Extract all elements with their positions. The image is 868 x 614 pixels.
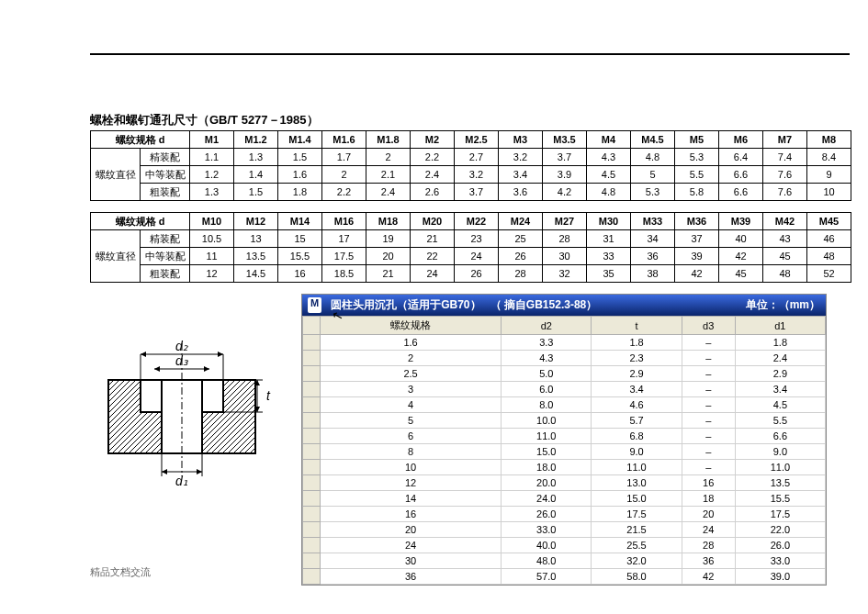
- t2-cell: 37: [675, 230, 719, 248]
- grid-cell: –: [682, 397, 735, 413]
- t1-col: M1.8: [366, 131, 411, 149]
- t1-cell: 3.6: [499, 184, 543, 201]
- grid-row-gutter: [303, 335, 321, 351]
- t2-cell: 48: [807, 248, 851, 265]
- grid-row-gutter: [303, 507, 321, 522]
- t2-cell: 17: [322, 230, 366, 248]
- grid-cell: 6.6: [735, 429, 825, 444]
- grid-cell: 17.5: [735, 507, 825, 522]
- table-row: 3657.058.04239.0: [303, 569, 826, 585]
- t1-cell: 4.2: [543, 184, 587, 201]
- t2-cell: 35: [587, 265, 631, 283]
- t1-col: M1: [190, 131, 234, 149]
- t1-cell: 10: [807, 184, 851, 201]
- grid-cell: 3: [321, 382, 502, 397]
- t2-cell: 18.5: [322, 265, 366, 283]
- t2-col: M14: [278, 213, 322, 230]
- grid-corner: [303, 317, 321, 335]
- t2-row-label: 中等装配: [141, 248, 190, 265]
- t1-cell: 3.4: [499, 166, 543, 184]
- table-row: 48.04.6–4.5: [303, 397, 826, 413]
- grid-cell: 39.0: [735, 569, 825, 585]
- t1-cell: 1.5: [278, 149, 322, 166]
- page-title: 螺栓和螺钉通孔尺寸（GB/T 5277－1985）: [90, 112, 850, 128]
- grid-cell: 42: [682, 569, 735, 585]
- grid-cell: 14: [321, 491, 502, 507]
- grid-cell: 6: [321, 429, 502, 444]
- t2-cell: 45: [763, 248, 807, 265]
- table-row: 1626.017.52017.5: [303, 507, 826, 522]
- t2-cell: 26: [499, 248, 543, 265]
- table-row: 1018.011.0–11.0: [303, 460, 826, 475]
- t1-cell: 2.1: [366, 166, 411, 184]
- dim-d3: d₃: [175, 353, 189, 368]
- t2-cell: 19: [366, 230, 411, 248]
- t2-cell: 33: [587, 248, 631, 265]
- grid-cell: 58.0: [592, 569, 682, 585]
- t2-cell: 25: [499, 230, 543, 248]
- table-row: 2033.021.52422.0: [303, 522, 826, 538]
- t2-cell: 40: [719, 230, 763, 248]
- t2-col: M36: [675, 213, 719, 230]
- counterbore-grid: 螺纹规格 d2 t d3 d1 1.63.31.8–1.824.32.3–2.4…: [302, 316, 826, 585]
- grid-cell: 33.0: [502, 522, 592, 538]
- t1-col: M4: [587, 131, 631, 149]
- table-row: 36.03.4–3.4: [303, 382, 826, 397]
- t2-cell: 31: [587, 230, 631, 248]
- t1-cell: 1.3: [234, 149, 278, 166]
- t2-cell: 12: [190, 265, 234, 283]
- grid-cell: 9.0: [592, 444, 682, 460]
- grid-cell: 18.0: [502, 460, 592, 475]
- t1-cell: 4.5: [587, 166, 631, 184]
- grid-cell: 24: [321, 538, 502, 553]
- grid-header: 螺纹规格: [321, 317, 502, 335]
- t1-cell: 1.7: [322, 149, 366, 166]
- grid-cell: –: [682, 429, 735, 444]
- t2-col: M24: [499, 213, 543, 230]
- t2-cell: 15.5: [278, 248, 322, 265]
- grid-cell: 24.0: [502, 491, 592, 507]
- t1-cell: 6.6: [719, 184, 763, 201]
- dim-d1: d₁: [175, 474, 188, 488]
- t2-cell: 52: [807, 265, 851, 283]
- t2-col: M39: [719, 213, 763, 230]
- t2-cell: 39: [675, 248, 719, 265]
- grid-cell: 3.4: [735, 382, 825, 397]
- grid-cell: 4.5: [735, 397, 825, 413]
- t2-col: M27: [543, 213, 587, 230]
- t1-col: M3.5: [543, 131, 587, 149]
- grid-row-gutter: [303, 553, 321, 569]
- t1-row-label: 精装配: [141, 149, 190, 166]
- t2-cell: 26: [455, 265, 499, 283]
- grid-cell: 24: [682, 522, 735, 538]
- panel-title-text1: 圆柱头用沉孔（适用于GB70）: [331, 297, 480, 313]
- table-row: 510.05.7–5.5: [303, 413, 826, 429]
- grid-cell: –: [682, 351, 735, 366]
- t2-cell: 15: [278, 230, 322, 248]
- grid-cell: 25.5: [592, 538, 682, 553]
- t1-head-label: 螺纹规格 d: [91, 131, 190, 149]
- t1-col: M1.2: [234, 131, 278, 149]
- grid-cell: 36: [321, 569, 502, 585]
- t1-cell: 1.5: [234, 184, 278, 201]
- table-row: 3048.032.03633.0: [303, 553, 826, 569]
- grid-cell: 20: [321, 522, 502, 538]
- table-row: 24.32.3–2.4: [303, 351, 826, 366]
- grid-cell: 36: [682, 553, 735, 569]
- table-row: 1220.013.01613.5: [303, 475, 826, 491]
- t2-cell: 24: [455, 248, 499, 265]
- t1-cell: 3.7: [455, 184, 499, 201]
- grid-cell: 26.0: [735, 538, 825, 553]
- t1-cell: 2.6: [411, 184, 455, 201]
- t1-cell: 2: [366, 149, 411, 166]
- t1-cell: 7.6: [763, 184, 807, 201]
- grid-header: t: [592, 317, 682, 335]
- t2-col: M22: [455, 213, 499, 230]
- grid-cell: 17.5: [592, 507, 682, 522]
- t2-cell: 28: [543, 230, 587, 248]
- grid-cell: 10.0: [502, 413, 592, 429]
- table-row: 611.06.8–6.6: [303, 429, 826, 444]
- panel-titlebar: M 圆柱头用沉孔（适用于GB70） （ 摘自GB152.3-88） 单位：（mm…: [302, 295, 826, 316]
- t2-col: M45: [807, 213, 851, 230]
- t2-cell: 14.5: [234, 265, 278, 283]
